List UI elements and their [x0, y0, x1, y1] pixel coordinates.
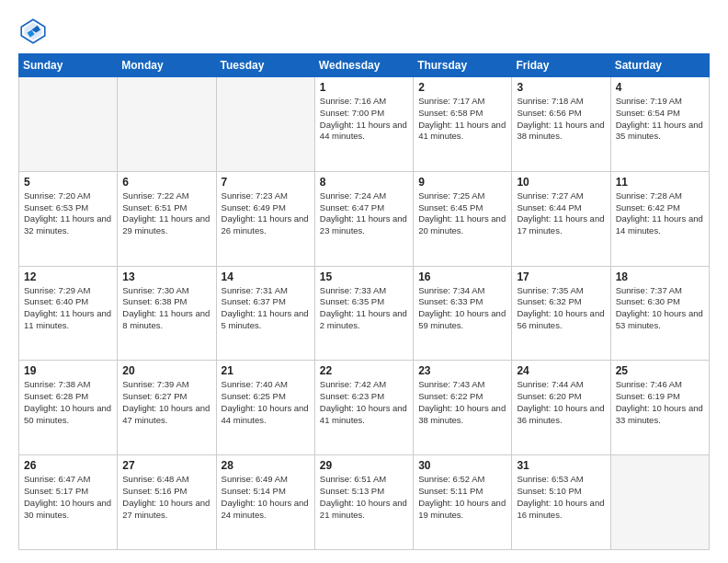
- day-info: Sunrise: 7:34 AM Sunset: 6:33 PM Dayligh…: [418, 285, 506, 332]
- weekday-header-tuesday: Tuesday: [216, 54, 314, 77]
- header: [18, 17, 710, 46]
- week-row-4: 26Sunrise: 6:47 AM Sunset: 5:17 PM Dayli…: [19, 455, 710, 550]
- day-info: Sunrise: 7:38 AM Sunset: 6:28 PM Dayligh…: [24, 379, 112, 426]
- day-info: Sunrise: 7:17 AM Sunset: 6:58 PM Dayligh…: [418, 96, 506, 143]
- day-info: Sunrise: 7:35 AM Sunset: 6:32 PM Dayligh…: [517, 285, 605, 332]
- day-info: Sunrise: 7:16 AM Sunset: 7:00 PM Dayligh…: [320, 96, 408, 143]
- day-number: 24: [517, 364, 605, 377]
- day-info: Sunrise: 7:31 AM Sunset: 6:37 PM Dayligh…: [222, 285, 310, 332]
- day-info: Sunrise: 7:39 AM Sunset: 6:27 PM Dayligh…: [122, 379, 210, 426]
- calendar-cell: 25Sunrise: 7:46 AM Sunset: 6:19 PM Dayli…: [610, 361, 709, 455]
- day-number: 7: [222, 176, 310, 189]
- weekday-header-monday: Monday: [118, 54, 216, 77]
- calendar-cell: 22Sunrise: 7:42 AM Sunset: 6:23 PM Dayli…: [314, 361, 413, 455]
- day-number: 23: [418, 364, 506, 377]
- day-info: Sunrise: 7:29 AM Sunset: 6:40 PM Dayligh…: [24, 285, 112, 332]
- calendar-cell: 24Sunrise: 7:44 AM Sunset: 6:20 PM Dayli…: [512, 361, 610, 455]
- day-info: Sunrise: 7:37 AM Sunset: 6:30 PM Dayligh…: [616, 285, 704, 332]
- day-number: 5: [24, 176, 112, 189]
- calendar-cell: 17Sunrise: 7:35 AM Sunset: 6:32 PM Dayli…: [512, 266, 610, 361]
- day-number: 13: [122, 270, 210, 283]
- calendar-cell: 10Sunrise: 7:27 AM Sunset: 6:44 PM Dayli…: [512, 171, 610, 266]
- calendar-cell: 9Sunrise: 7:25 AM Sunset: 6:45 PM Daylig…: [414, 171, 512, 266]
- calendar-cell: 14Sunrise: 7:31 AM Sunset: 6:37 PM Dayli…: [216, 266, 314, 361]
- day-info: Sunrise: 7:22 AM Sunset: 6:51 PM Dayligh…: [122, 190, 210, 237]
- page: SundayMondayTuesdayWednesdayThursdayFrid…: [0, 0, 728, 563]
- day-info: Sunrise: 7:20 AM Sunset: 6:53 PM Dayligh…: [24, 190, 112, 237]
- calendar-cell: 15Sunrise: 7:33 AM Sunset: 6:35 PM Dayli…: [314, 266, 413, 361]
- calendar-cell: 28Sunrise: 6:49 AM Sunset: 5:14 PM Dayli…: [216, 455, 314, 550]
- day-number: 6: [122, 176, 210, 189]
- day-number: 31: [517, 459, 605, 472]
- day-number: 21: [222, 364, 310, 377]
- calendar-cell: [216, 77, 314, 172]
- day-number: 1: [320, 81, 408, 94]
- logo-icon: [18, 17, 48, 46]
- calendar-cell: [118, 77, 216, 172]
- day-info: Sunrise: 7:42 AM Sunset: 6:23 PM Dayligh…: [320, 379, 408, 426]
- day-number: 22: [320, 364, 408, 377]
- day-info: Sunrise: 6:48 AM Sunset: 5:16 PM Dayligh…: [122, 474, 210, 521]
- day-info: Sunrise: 6:49 AM Sunset: 5:14 PM Dayligh…: [222, 474, 310, 521]
- day-number: 18: [616, 270, 704, 283]
- day-number: 20: [122, 364, 210, 377]
- weekday-header-friday: Friday: [512, 54, 610, 77]
- weekday-header-wednesday: Wednesday: [314, 54, 413, 77]
- day-info: Sunrise: 7:33 AM Sunset: 6:35 PM Dayligh…: [320, 285, 408, 332]
- day-info: Sunrise: 7:23 AM Sunset: 6:49 PM Dayligh…: [222, 190, 310, 237]
- calendar-cell: 3Sunrise: 7:18 AM Sunset: 6:56 PM Daylig…: [512, 77, 610, 172]
- weekday-header-saturday: Saturday: [610, 54, 709, 77]
- week-row-0: 1Sunrise: 7:16 AM Sunset: 7:00 PM Daylig…: [19, 77, 710, 172]
- calendar-cell: 7Sunrise: 7:23 AM Sunset: 6:49 PM Daylig…: [216, 171, 314, 266]
- svg-marker-1: [24, 22, 41, 40]
- calendar-cell: 2Sunrise: 7:17 AM Sunset: 6:58 PM Daylig…: [414, 77, 512, 172]
- calendar-cell: 8Sunrise: 7:24 AM Sunset: 6:47 PM Daylig…: [314, 171, 413, 266]
- day-number: 30: [418, 459, 506, 472]
- calendar-cell: 31Sunrise: 6:53 AM Sunset: 5:10 PM Dayli…: [512, 455, 610, 550]
- week-row-3: 19Sunrise: 7:38 AM Sunset: 6:28 PM Dayli…: [19, 361, 710, 455]
- day-info: Sunrise: 7:24 AM Sunset: 6:47 PM Dayligh…: [320, 190, 408, 237]
- day-info: Sunrise: 7:18 AM Sunset: 6:56 PM Dayligh…: [517, 96, 605, 143]
- day-info: Sunrise: 7:43 AM Sunset: 6:22 PM Dayligh…: [418, 379, 506, 426]
- day-number: 12: [24, 270, 112, 283]
- calendar-cell: 20Sunrise: 7:39 AM Sunset: 6:27 PM Dayli…: [118, 361, 216, 455]
- calendar-cell: 5Sunrise: 7:20 AM Sunset: 6:53 PM Daylig…: [19, 171, 118, 266]
- day-info: Sunrise: 7:25 AM Sunset: 6:45 PM Dayligh…: [418, 190, 506, 237]
- day-info: Sunrise: 7:40 AM Sunset: 6:25 PM Dayligh…: [222, 379, 310, 426]
- day-number: 9: [418, 176, 506, 189]
- day-info: Sunrise: 7:27 AM Sunset: 6:44 PM Dayligh…: [517, 190, 605, 237]
- calendar-cell: [610, 455, 709, 550]
- weekday-header-sunday: Sunday: [19, 54, 118, 77]
- week-row-2: 12Sunrise: 7:29 AM Sunset: 6:40 PM Dayli…: [19, 266, 710, 361]
- weekday-header-thursday: Thursday: [414, 54, 512, 77]
- weekday-header-row: SundayMondayTuesdayWednesdayThursdayFrid…: [19, 54, 710, 77]
- calendar-cell: 11Sunrise: 7:28 AM Sunset: 6:42 PM Dayli…: [610, 171, 709, 266]
- calendar-cell: 4Sunrise: 7:19 AM Sunset: 6:54 PM Daylig…: [610, 77, 709, 172]
- calendar-cell: 29Sunrise: 6:51 AM Sunset: 5:13 PM Dayli…: [314, 455, 413, 550]
- day-number: 29: [320, 459, 408, 472]
- day-info: Sunrise: 7:28 AM Sunset: 6:42 PM Dayligh…: [616, 190, 704, 237]
- day-number: 14: [222, 270, 310, 283]
- day-number: 25: [616, 364, 704, 377]
- calendar-cell: 23Sunrise: 7:43 AM Sunset: 6:22 PM Dayli…: [414, 361, 512, 455]
- calendar-cell: 26Sunrise: 6:47 AM Sunset: 5:17 PM Dayli…: [19, 455, 118, 550]
- day-info: Sunrise: 6:51 AM Sunset: 5:13 PM Dayligh…: [320, 474, 408, 521]
- calendar-cell: 30Sunrise: 6:52 AM Sunset: 5:11 PM Dayli…: [414, 455, 512, 550]
- calendar-cell: 13Sunrise: 7:30 AM Sunset: 6:38 PM Dayli…: [118, 266, 216, 361]
- day-info: Sunrise: 7:44 AM Sunset: 6:20 PM Dayligh…: [517, 379, 605, 426]
- day-number: 2: [418, 81, 506, 94]
- day-number: 19: [24, 364, 112, 377]
- calendar-cell: 16Sunrise: 7:34 AM Sunset: 6:33 PM Dayli…: [414, 266, 512, 361]
- calendar-cell: 12Sunrise: 7:29 AM Sunset: 6:40 PM Dayli…: [19, 266, 118, 361]
- day-number: 16: [418, 270, 506, 283]
- calendar-cell: 1Sunrise: 7:16 AM Sunset: 7:00 PM Daylig…: [314, 77, 413, 172]
- week-row-1: 5Sunrise: 7:20 AM Sunset: 6:53 PM Daylig…: [19, 171, 710, 266]
- day-number: 27: [122, 459, 210, 472]
- calendar-cell: 19Sunrise: 7:38 AM Sunset: 6:28 PM Dayli…: [19, 361, 118, 455]
- day-info: Sunrise: 7:46 AM Sunset: 6:19 PM Dayligh…: [616, 379, 704, 426]
- day-number: 15: [320, 270, 408, 283]
- day-number: 8: [320, 176, 408, 189]
- logo: [18, 17, 51, 46]
- day-number: 4: [616, 81, 704, 94]
- day-number: 11: [616, 176, 704, 189]
